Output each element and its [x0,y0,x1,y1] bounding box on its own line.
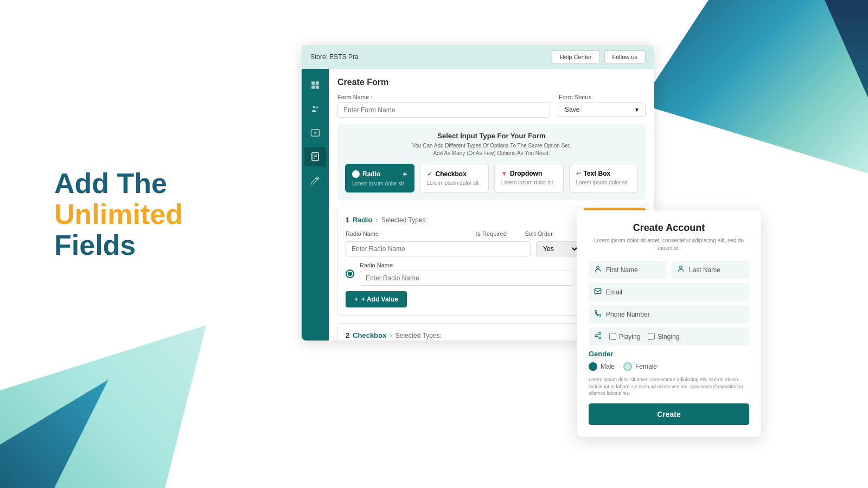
checkbox-card-icon: ✓ [427,170,433,178]
form-status-select[interactable]: Save ▼ [559,102,646,117]
male-label: Male [601,363,615,370]
checkbox-selected-types-label: Selected Types: [395,332,442,339]
singing-label: Singing [658,333,679,341]
svg-point-13 [680,266,682,269]
checkbox-card-label: Checkbox [436,170,467,178]
gender-label: Gender [589,350,749,358]
female-label: Female [635,363,657,370]
singing-checkbox[interactable] [648,333,655,340]
svg-rect-1 [316,81,319,85]
form-name-input[interactable] [337,102,550,118]
radio-required-select[interactable]: Yes No [536,241,579,256]
radio-entry-input[interactable] [360,271,573,286]
checkbox-card-desc: Lorem ipsum dolor sit [427,180,482,186]
ca-phone-row: Phone Number [589,305,749,323]
ca-checkbox-playing: Playing [609,333,640,341]
svg-point-4 [313,106,316,108]
ca-last-name-label: Last Name [689,266,720,274]
dropdown-icon: ▼ [634,107,640,113]
female-radio-icon [623,362,632,371]
sidebar-item-media[interactable] [304,123,326,143]
hero-line1: Add The [54,168,183,199]
type-card-dropdown[interactable]: ▼ Dropdown Lorem ipsum dolor sit [494,164,564,192]
gender-female[interactable]: Female [623,362,657,371]
radio-card-icon [352,170,360,178]
svg-rect-3 [316,86,319,89]
svg-rect-2 [311,86,315,89]
svg-point-17 [599,337,601,339]
page-title: Create Form [337,78,646,87]
store-name: Store: ESTS Pra [310,53,359,61]
type-card-radio[interactable]: Radio + Lorem ipsum dolor sit [345,164,414,192]
type-card-checkbox[interactable]: ✓ Checkbox Lorem ipsum dolor sit [420,164,489,192]
user-icon [594,265,602,274]
ca-checkboxes-row: Playing Singing [589,328,749,345]
ca-phone-field: Phone Number [589,305,749,323]
input-type-subtitle: You Can Add Different Types Of Options T… [345,142,638,157]
radio-entry-icon [346,269,354,278]
radio-add-value-button[interactable]: + + Add Value [346,291,407,307]
svg-line-19 [597,334,599,335]
radio-card-desc: Lorem ipsum dolor sit [352,181,407,187]
ca-name-row: First Name Last Name [589,261,749,279]
create-account-subtitle: Lorem ipsum dolor sit amet, consectetur … [589,237,749,252]
svg-marker-7 [315,132,317,134]
ca-disclaimer: Lorem ipsum dolor sit amet, consectetur … [589,376,749,397]
sidebar-item-users[interactable] [304,99,326,119]
sidebar-item-dashboard[interactable] [304,75,326,95]
phone-icon [594,310,602,319]
radio-field-headers: Radio Name Is Required Sort Order [346,230,584,239]
gender-options: Male Female [589,362,749,371]
type-cards-container: Radio + Lorem ipsum dolor sit ✓ Checkbox [345,164,638,192]
svg-rect-0 [311,81,315,85]
radio-entry-name-label: Radio Name [360,262,573,268]
radio-section-type: Radio [353,216,372,224]
ca-checkbox-singing: Singing [648,333,679,341]
input-type-section: Select Input Type For Your Form You Can … [337,124,646,200]
form-name-label: Form Name : [337,94,550,100]
form-name-group: Form Name : [337,94,550,118]
hero-line3: Fields [54,230,183,261]
ca-first-name-field: First Name [589,261,666,279]
radio-name-col-label: Radio Name [346,230,471,237]
radio-section-arrow: › [375,216,378,224]
radio-section-num: 1 [346,216,349,224]
textbox-card-label: Text Box [584,170,611,177]
plus-icon: + [354,296,358,303]
follow-us-button[interactable]: Follow us [604,50,646,63]
dropdown-card-desc: Lorem ipsum dolor sit [501,179,557,185]
radio-sort-col-label: Sort Order [525,230,563,237]
radio-card-plus[interactable]: + [403,170,407,178]
email-icon [594,287,602,297]
radio-card-label: Radio [362,170,380,178]
form-top-row: Form Name : Form Status Save ▼ [337,94,646,118]
header-buttons: Help Center Follow us [552,50,646,63]
checkbox-section-num: 2 [346,331,349,339]
form-status-label: Form Status [559,94,646,100]
form-status-group: Form Status Save ▼ [559,94,646,117]
textbox-card-icon: ↩ [576,170,581,177]
hero-line2: Unlimited [54,199,183,230]
type-card-textbox[interactable]: ↩ Text Box Lorem ipsum dolor sit [569,164,639,192]
sidebar [302,69,329,341]
radio-name-input[interactable] [346,241,531,256]
help-center-button[interactable]: Help Center [552,50,600,63]
svg-rect-14 [595,288,601,293]
gender-male[interactable]: Male [589,362,615,371]
svg-point-12 [597,266,599,269]
svg-line-18 [597,336,599,337]
ca-email-field: Email [589,283,749,301]
hero-text: Add The Unlimited Fields [54,168,183,261]
input-type-title: Select Input Type For Your Form [345,132,638,140]
ca-email-label: Email [606,288,622,296]
playing-label: Playing [619,333,640,341]
radio-selected-types-label: Selected Types: [381,216,427,224]
create-button[interactable]: Create [589,403,749,425]
playing-checkbox[interactable] [609,333,616,340]
sidebar-item-forms[interactable] [304,147,326,166]
svg-point-16 [595,335,597,337]
dropdown-card-label: Dropdown [510,170,542,177]
svg-point-15 [599,332,601,335]
share-icon [594,332,602,341]
sidebar-item-edit[interactable] [304,171,326,190]
